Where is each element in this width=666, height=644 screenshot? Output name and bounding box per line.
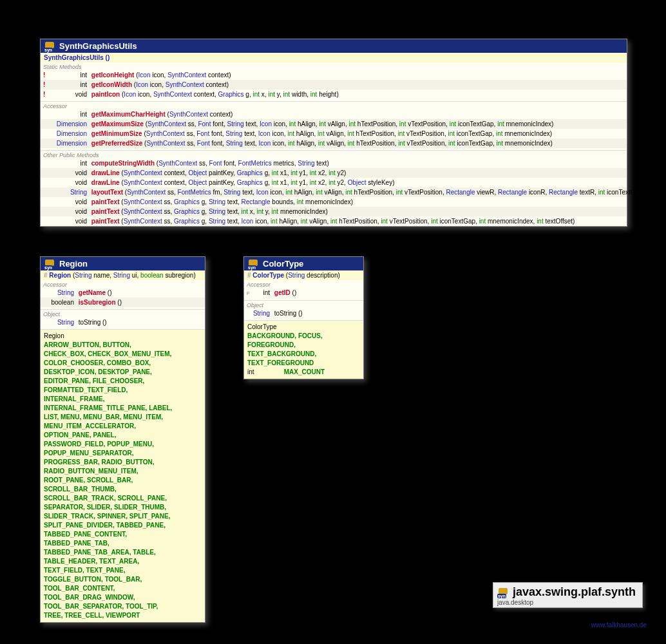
syn-icon [44,260,55,269]
class-header: Region [41,257,205,270]
field-names: MAX_COUNT [284,368,325,377]
method-row: int computeStringWidth (SynthContext ss,… [41,158,627,168]
package-module: java.desktop [497,599,636,606]
method-row: boolean isSubregion () [41,298,205,307]
section-accessor: Accessor [41,101,627,109]
class-colortype: ColorType # ColorType (String descriptio… [243,256,364,379]
class-synthgraphicsutils: SynthGraphicsUtils SynthGraphicsUtils ()… [40,39,627,227]
field-names: ARROW_BUTTON, BUTTON, CHECK_BOX, CHECK_B… [44,341,173,620]
method-row: !void paintIcon (Icon icon, SynthContext… [41,90,627,99]
section-accessor: Accessor [41,280,205,288]
section-accessor: Accessor [244,280,363,288]
section-other: Other Public Methods [41,150,627,158]
method-row: Dimension getMaximumSize (SynthContext s… [41,119,627,129]
section-static: Static Methods [41,62,627,70]
method-row: Dimension getPreferredSize (SynthContext… [41,138,627,148]
syn-icon [44,42,55,51]
package-name: javax.swing.plaf.synth [513,585,636,599]
section-object: Object [41,309,205,317]
watermark: www.falkhausen.de [591,621,647,629]
class-header: ColorType [244,257,363,270]
syn-icon [247,260,259,269]
method-row: void drawLine (SynthContext context, Obj… [41,178,627,187]
method-row: int getMaximumCharHeight (SynthContext c… [41,109,627,119]
field-names: BACKGROUND, FOCUS, FOREGROUND, TEXT_BACK… [247,332,325,368]
fields-box: Region ARROW_BUTTON, BUTTON, CHECK_BOX, … [41,329,205,622]
field-type: int [247,368,282,377]
class-title: ColorType [263,259,303,269]
field-type: Region [44,332,72,341]
constructor-row: # ColorType (String description) [244,270,363,280]
method-row: Fint getID () [244,288,363,298]
method-row: Dimension getMinimumSize (SynthContext s… [41,129,627,138]
method-row: void paintText (SynthContext ss, Graphic… [41,207,627,216]
method-row: String toString () [244,308,363,318]
class-title: Region [59,259,88,269]
section-object: Object [244,300,363,308]
field-type: ColorType [247,323,282,332]
class-title: SynthGraphicsUtils [59,41,137,51]
method-row: String getName () [41,288,205,298]
syn-icon [497,588,509,597]
constructor-row: # Region (String name, String ui, boolea… [41,270,205,280]
method-row: String layoutText (SynthContext ss, Font… [41,187,627,197]
constructor-row: SynthGraphicsUtils () [41,53,627,62]
method-row: String toString () [41,317,205,327]
fields-box: ColorType BACKGROUND, FOCUS, FOREGROUND,… [244,320,363,379]
method-row: !int getIconHeight (Icon icon, SynthCont… [41,70,627,80]
class-header: SynthGraphicsUtils [41,39,627,53]
package-label: javax.swing.plaf.synth java.desktop [493,582,643,608]
method-row: void paintText (SynthContext ss, Graphic… [41,216,627,226]
class-region: Region # Region (String name, String ui,… [40,256,205,623]
constructor-label: SynthGraphicsUtils () [44,54,109,61]
method-row: void paintText (SynthContext ss, Graphic… [41,197,627,207]
method-row: !int getIconWidth (Icon icon, SynthConte… [41,80,627,90]
method-row: void drawLine (SynthContext context, Obj… [41,168,627,178]
